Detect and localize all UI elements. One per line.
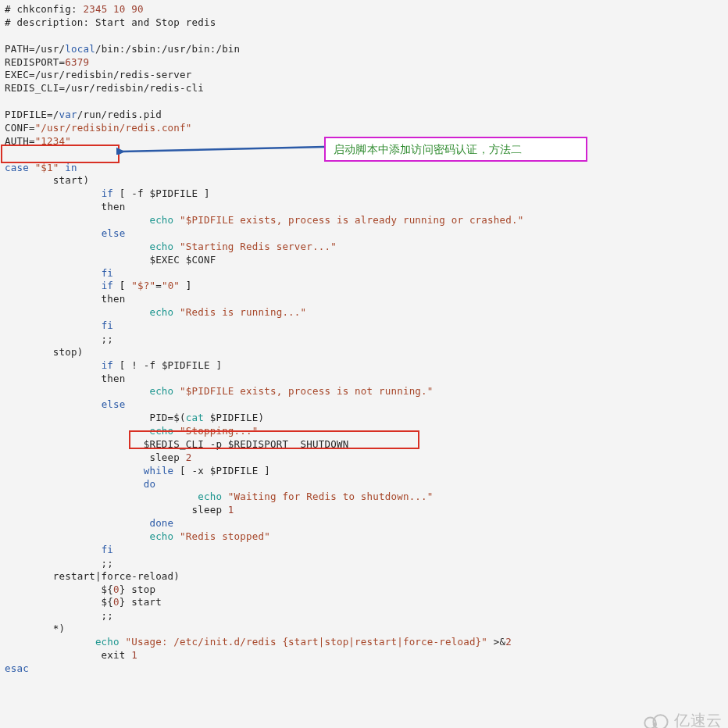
cloud-icon	[640, 711, 671, 729]
svg-point-3	[653, 722, 657, 726]
watermark: 亿速云	[640, 710, 722, 728]
arrow-icon	[116, 131, 324, 155]
annotation-callout: 启动脚本中添加访问密码认证，方法二	[324, 137, 587, 162]
highlight-echo-box	[129, 430, 419, 449]
svg-line-0	[121, 147, 324, 152]
shell-script: # chkconfig: 2345 10 90 # description: S…	[0, 0, 728, 679]
annotation-text: 启动脚本中添加访问密码认证，方法二	[334, 142, 522, 157]
watermark-text: 亿速云	[674, 710, 722, 728]
highlight-auth-box	[1, 145, 120, 163]
